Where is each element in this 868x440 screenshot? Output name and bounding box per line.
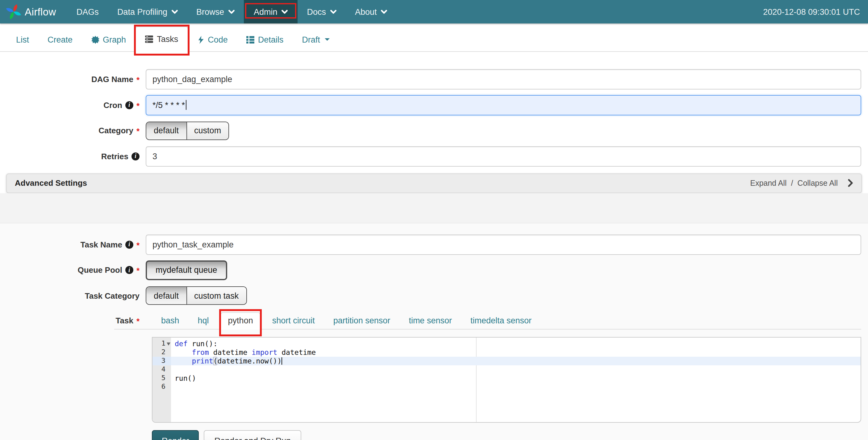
- tab-details[interactable]: Details: [237, 28, 293, 51]
- navbar-menu: DAGs Data Profiling Browse Admin Docs: [67, 0, 397, 24]
- info-icon[interactable]: [131, 152, 140, 160]
- queue-pool-selected-button[interactable]: mydefault queue: [146, 260, 227, 280]
- line-number: 6: [161, 382, 165, 390]
- tab-create[interactable]: Create: [38, 28, 82, 51]
- tab-list[interactable]: List: [7, 28, 38, 51]
- task-tab-short-circuit[interactable]: short circuit: [266, 312, 322, 329]
- lightning-code-icon: [197, 35, 204, 43]
- python-code-editor[interactable]: 1 def run(): 2 from datetime import date…: [152, 337, 861, 422]
- retries-input[interactable]: [146, 146, 861, 166]
- tab-draft-dropdown[interactable]: Draft: [292, 28, 339, 51]
- task-tab-time-sensor[interactable]: time sensor: [402, 312, 459, 329]
- render-dry-run-button[interactable]: Render and Dry Run: [204, 430, 302, 440]
- label-text: Task Category: [85, 291, 140, 300]
- starburst-graph-icon: [91, 35, 99, 43]
- info-icon[interactable]: [125, 101, 133, 109]
- chevron-right-icon[interactable]: [848, 179, 853, 187]
- chevron-down-icon: [282, 9, 288, 14]
- tab-label: Details: [258, 35, 284, 44]
- line-number: 4: [161, 365, 165, 373]
- top-navbar: Airflow DAGs Data Profiling Browse Admin: [0, 0, 868, 24]
- nav-item-data-profiling[interactable]: Data Profiling: [108, 0, 187, 24]
- list-details-icon: [246, 35, 254, 43]
- nav-item-browse[interactable]: Browse: [187, 0, 244, 24]
- chevron-down-icon: [381, 9, 388, 14]
- required-asterisk: [136, 265, 140, 275]
- code-line-active: 3 print(datetime.now()): [153, 356, 861, 365]
- line-number: 2: [161, 348, 165, 356]
- nav-item-dags[interactable]: DAGs: [67, 0, 108, 24]
- collapsed-panel-band: [0, 193, 868, 223]
- admin-menu-content: Admin: [250, 7, 292, 17]
- nav-item-label: About: [355, 7, 377, 17]
- required-asterisk: [136, 75, 140, 84]
- advanced-settings-bar[interactable]: Advanced Settings Expand All / Collapse …: [6, 173, 862, 193]
- tab-code[interactable]: Code: [188, 28, 237, 51]
- nav-item-admin[interactable]: Admin: [244, 0, 298, 24]
- tab-label: List: [16, 35, 29, 44]
- brand-name: Airflow: [25, 6, 56, 18]
- text-cursor: [186, 100, 186, 110]
- dag-subnav: List Create Graph Tasks: [0, 24, 868, 52]
- task-tab-timedelta-sensor[interactable]: timedelta sensor: [464, 312, 538, 329]
- required-asterisk: [136, 100, 140, 109]
- task-name-row: Task Name: [0, 234, 868, 255]
- tab-label: Draft: [302, 35, 320, 44]
- caret-down-icon: [325, 38, 330, 41]
- category-default-button[interactable]: default: [146, 122, 186, 139]
- task-category-custom-button[interactable]: custom task: [186, 287, 246, 304]
- label-text: Cron: [103, 100, 122, 109]
- dag-name-row: DAG Name: [0, 69, 868, 90]
- tab-tasks[interactable]: Tasks: [135, 27, 188, 52]
- task-type-row: Task bash hql python short circuit parti…: [0, 312, 868, 329]
- fold-caret-icon[interactable]: [167, 342, 170, 345]
- dag-name-input[interactable]: [146, 69, 861, 90]
- code-line: 2 from datetime import datetime: [153, 348, 861, 356]
- tab-label: Graph: [103, 35, 126, 44]
- label-text: Queue Pool: [78, 265, 122, 275]
- nav-item-label: Docs: [307, 7, 326, 17]
- task-name-label: Task Name: [0, 240, 146, 249]
- task-name-input[interactable]: [146, 234, 861, 255]
- label-text: Category: [98, 126, 133, 135]
- label-text: Task Name: [81, 240, 122, 249]
- task-form-section: Task Name Queue Pool mydefault queue Tas…: [0, 193, 868, 440]
- line-number: 3: [161, 356, 165, 365]
- nav-item-label: Data Profiling: [117, 7, 167, 17]
- task-tab-partition-sensor[interactable]: partition sensor: [327, 312, 397, 329]
- expand-all-link[interactable]: Expand All: [750, 179, 786, 187]
- code-line: 4: [153, 365, 861, 374]
- nav-item-label: Browse: [196, 7, 224, 17]
- task-category-label: Task Category: [0, 291, 146, 300]
- nav-item-docs[interactable]: Docs: [298, 0, 346, 24]
- task-category-toggle-group: default custom task: [146, 286, 247, 305]
- airflow-page: Airflow DAGs Data Profiling Browse Admin: [0, 0, 868, 440]
- task-category-default-button[interactable]: default: [146, 287, 186, 304]
- dag-name-label: DAG Name: [0, 75, 146, 84]
- task-category-row: Task Category default custom task: [0, 285, 868, 306]
- render-button[interactable]: Render: [152, 430, 199, 440]
- cron-input[interactable]: */5 * * * *: [146, 95, 861, 115]
- utc-clock: 2020-12-08 09:30:01 UTC: [763, 0, 868, 24]
- info-icon[interactable]: [125, 240, 133, 248]
- code-line: 1 def run():: [153, 339, 861, 348]
- chevron-down-icon: [330, 9, 337, 14]
- separator: /: [791, 179, 793, 187]
- info-icon[interactable]: [125, 266, 133, 274]
- tab-label: Code: [208, 35, 228, 44]
- category-label: Category: [0, 126, 146, 135]
- nav-item-about[interactable]: About: [346, 0, 397, 24]
- tab-label: Tasks: [157, 35, 178, 44]
- chevron-down-icon: [228, 9, 235, 14]
- tasks-icon: [145, 35, 153, 43]
- task-tab-hql[interactable]: hql: [191, 312, 216, 329]
- form-actions: Render Render and Dry Run: [152, 430, 868, 440]
- required-asterisk: [136, 240, 140, 249]
- advanced-settings-title: Advanced Settings: [15, 178, 87, 188]
- task-tab-bash[interactable]: bash: [154, 312, 186, 329]
- collapse-all-link[interactable]: Collapse All: [797, 179, 838, 187]
- tab-graph[interactable]: Graph: [82, 28, 135, 51]
- category-custom-button[interactable]: custom: [186, 122, 228, 139]
- task-tab-python[interactable]: python: [221, 312, 260, 329]
- airflow-brand[interactable]: Airflow: [0, 0, 62, 24]
